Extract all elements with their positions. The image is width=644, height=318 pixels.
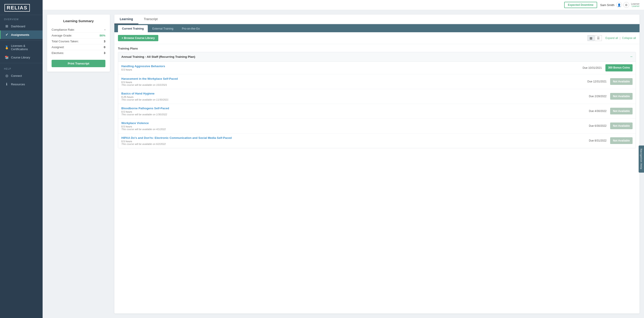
course-hours: 0.25 hours [121, 96, 584, 98]
course-info: Bloodborne Pathogens Self-Paced 0.5 hour… [121, 107, 584, 116]
course-row: Handling Aggressive Behaviors 0.5 hours … [118, 62, 636, 74]
view-toggle: ▦ ☰ [588, 35, 602, 41]
course-due: Due 2/28/2022 [584, 95, 606, 98]
main-area: Expected Downtime Sam Smith 👤 ⚙ Learner … [42, 0, 644, 318]
grade-label: Average Grade: [52, 34, 72, 37]
course-availability: This course will be available on 11/30/2… [121, 98, 584, 101]
dashboard-icon: ⊞ [5, 24, 9, 28]
summary-row-electives: Electives: 3 [52, 50, 106, 56]
course-info: Workplace Violence 0.5 hours This course… [121, 121, 584, 131]
electives-value: 3 [104, 51, 106, 55]
training-section-label: Training Plans [118, 47, 636, 50]
course-hours: 0.5 hours [121, 125, 584, 128]
course-info: Handling Aggressive Behaviors 0.5 hours [121, 64, 580, 71]
electives-label: Electives: [52, 51, 64, 55]
user-profile-icon[interactable]: 👤 [616, 2, 622, 8]
tab-learning[interactable]: Learning [114, 14, 138, 24]
nav-help-panel[interactable]: Navigation Help [638, 146, 644, 173]
connect-icon: ◎ [5, 74, 9, 78]
browse-course-library-button[interactable]: + Browse Course Library [118, 35, 158, 41]
summary-card-title: Learning Summary [52, 19, 106, 23]
subtab-external-training[interactable]: External Training [148, 25, 177, 32]
summary-row-courses-taken: Total Courses Taken: 3 [52, 38, 106, 44]
sidebar-item-resources[interactable]: ℹ Resources [0, 80, 42, 88]
course-action-button[interactable]: Not Available [610, 108, 632, 114]
topbar-role: Learner [631, 3, 640, 5]
course-title[interactable]: Harassment in the Workplace Self-Paced [121, 77, 584, 80]
course-availability: This course will be available on 6/2/202… [121, 143, 584, 145]
course-action-button[interactable]: Not Available [610, 137, 632, 144]
training-plan: Annual Training - All Staff (Recurring T… [118, 52, 636, 148]
course-info: Harassment in the Workplace Self-Paced 0… [121, 77, 584, 86]
grade-value: 86% [100, 34, 106, 37]
course-due: Due 8/31/2022 [584, 139, 606, 142]
role-dropdown[interactable]: Learner [632, 5, 640, 7]
course-title[interactable]: Basics of Hand Hygiene [121, 92, 584, 95]
list-view-button[interactable]: ☰ [595, 35, 602, 41]
sidebar-section-help: HELP [0, 64, 42, 71]
course-action-button[interactable]: 300 Bonus Coins [606, 64, 632, 71]
sidebar-label-course-library: Course Library [11, 56, 30, 59]
settings-icon[interactable]: ⚙ [623, 2, 629, 8]
print-transcript-button[interactable]: Print Transcript [52, 60, 106, 67]
course-title[interactable]: Workplace Violence [121, 121, 584, 125]
compliance-value: - [104, 28, 106, 31]
course-action-button[interactable]: Not Available [610, 123, 632, 129]
sidebar-item-course-library[interactable]: 📚 Course Library [0, 53, 42, 62]
course-info: Basics of Hand Hygiene 0.25 hours This c… [121, 92, 584, 101]
subtab-pro-on-the-go[interactable]: Pro-on-the-Go [178, 25, 204, 32]
course-hours: 0.5 hours [121, 140, 584, 143]
course-action-button[interactable]: Not Available [610, 93, 632, 100]
course-row: Bloodborne Pathogens Self-Paced 0.5 hour… [118, 104, 636, 119]
grid-view-button[interactable]: ▦ [588, 35, 594, 41]
tab-transcript[interactable]: Transcript [138, 14, 163, 24]
course-hours: 0.5 hours [121, 68, 580, 71]
sidebar-divider-1 [0, 40, 42, 40]
resources-icon: ℹ [5, 82, 9, 86]
sub-tabs: Current Training External Training Pro-o… [114, 24, 640, 32]
content-area: Learning Transcript Current Training Ext… [114, 14, 640, 314]
course-title[interactable]: HIPAA Do's and Don'ts: Electronic Commun… [121, 136, 584, 140]
course-row: HIPAA Do's and Don'ts: Electronic Commun… [118, 134, 636, 148]
course-availability: This course will be available on 4/1/202… [121, 128, 584, 131]
course-title[interactable]: Handling Aggressive Behaviors [121, 64, 580, 68]
sidebar-label-assignments: Assignments [11, 33, 29, 36]
licenses-icon: 🏅 [5, 45, 9, 49]
sidebar-item-licenses[interactable]: 🏅 Licenses & Certifications [0, 42, 42, 53]
expected-downtime-button[interactable]: Expected Downtime [564, 2, 597, 8]
assigned-value: 0 [104, 45, 106, 49]
page-body: Learning Summary Compliance Rate: - Aver… [42, 10, 644, 318]
course-info: HIPAA Do's and Don'ts: Electronic Commun… [121, 136, 584, 145]
topbar-username: Sam Smith [600, 3, 615, 7]
course-action-button[interactable]: Not Available [610, 78, 632, 85]
logo-text: RELIAS [4, 4, 30, 12]
main-tabs: Learning Transcript [114, 14, 640, 24]
toolbar-right: ▦ ☰ Expand all | Collapse all [588, 35, 636, 41]
course-due: Due 4/30/2022 [584, 110, 606, 113]
topbar-user: Sam Smith 👤 ⚙ Learner Learner [600, 2, 640, 8]
training-plan-header: Annual Training - All Staff (Recurring T… [118, 52, 636, 62]
course-title[interactable]: Bloodborne Pathogens Self-Paced [121, 107, 584, 110]
plan-collapse-button[interactable]: − [630, 54, 632, 59]
sidebar-item-dashboard[interactable]: ⊞ Dashboard [0, 22, 42, 30]
summary-row-assigned: Assigned: 0 [52, 44, 106, 50]
sidebar-item-assignments[interactable]: ✓ Assignments [0, 30, 42, 39]
assignments-icon: ✓ [5, 33, 9, 37]
summary-row-compliance: Compliance Rate: - [52, 27, 106, 33]
sidebar-label-licenses: Licenses & Certifications [11, 44, 38, 51]
course-row: Harassment in the Workplace Self-Paced 0… [118, 74, 636, 89]
course-due: Due 10/31/2021 [580, 66, 602, 69]
sidebar-label-resources: Resources [11, 83, 25, 86]
course-list: Handling Aggressive Behaviors 0.5 hours … [118, 62, 636, 148]
summary-row-grade: Average Grade: 86% [52, 33, 106, 38]
subtab-current-training[interactable]: Current Training [118, 25, 148, 32]
course-hours: 0.5 hours [121, 110, 584, 113]
courses-taken-value: 3 [104, 40, 106, 43]
expand-all-link[interactable]: Expand all [606, 36, 618, 40]
collapse-all-link[interactable]: Collapse all [622, 36, 636, 40]
course-row: Basics of Hand Hygiene 0.25 hours This c… [118, 89, 636, 104]
content-toolbar: + Browse Course Library ▦ ☰ Expand all |… [114, 32, 640, 44]
training-content: Training Plans Annual Training - All Sta… [114, 44, 640, 154]
learning-summary-card: Learning Summary Compliance Rate: - Aver… [47, 14, 110, 72]
sidebar-item-connect[interactable]: ◎ Connect [0, 71, 42, 80]
